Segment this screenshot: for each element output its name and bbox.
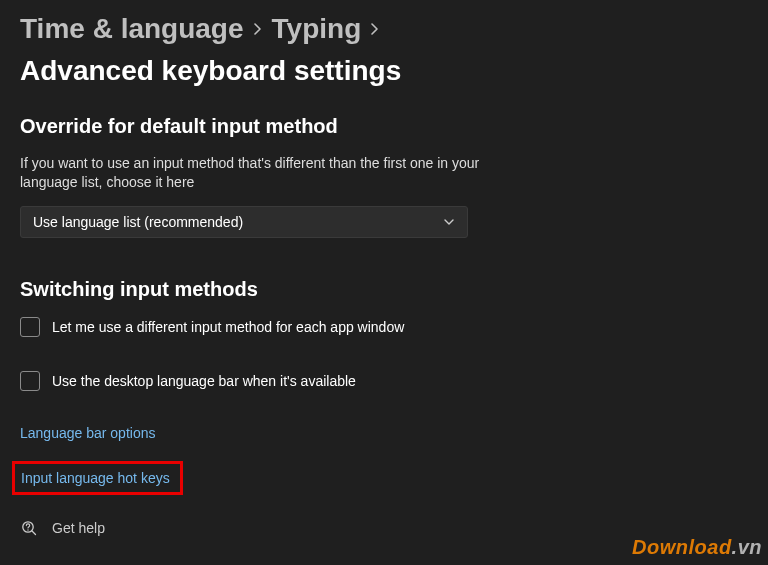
breadcrumb: Time & language Typing Advanced keyboard… <box>20 12 748 87</box>
override-section-desc: If you want to use an input method that'… <box>20 154 480 192</box>
chevron-right-icon <box>369 23 381 35</box>
svg-point-1 <box>27 529 28 530</box>
input-method-dropdown[interactable]: Use language list (recommended) <box>20 206 468 238</box>
checkbox-box <box>20 371 40 391</box>
dropdown-selected-value: Use language list (recommended) <box>33 214 243 230</box>
input-language-hotkeys-link[interactable]: Input language hot keys <box>21 470 170 486</box>
breadcrumb-typing[interactable]: Typing <box>272 12 362 46</box>
breadcrumb-current: Advanced keyboard settings <box>20 54 401 88</box>
get-help-link[interactable]: Get help <box>20 519 105 537</box>
breadcrumb-time-language[interactable]: Time & language <box>20 12 244 46</box>
language-bar-options-link[interactable]: Language bar options <box>20 425 155 441</box>
get-help-label: Get help <box>52 520 105 536</box>
checkbox-per-app-input[interactable]: Let me use a different input method for … <box>20 317 748 337</box>
chevron-right-icon <box>252 23 264 35</box>
override-section-title: Override for default input method <box>20 115 748 138</box>
switching-section-title: Switching input methods <box>20 278 748 301</box>
checkbox-label: Use the desktop language bar when it's a… <box>52 373 356 389</box>
watermark: Download.vn <box>632 536 762 559</box>
checkbox-desktop-language-bar[interactable]: Use the desktop language bar when it's a… <box>20 371 748 391</box>
checkbox-box <box>20 317 40 337</box>
checkbox-label: Let me use a different input method for … <box>52 319 404 335</box>
chevron-down-icon <box>443 216 455 228</box>
help-icon <box>20 519 38 537</box>
highlight-box: Input language hot keys <box>12 461 183 495</box>
